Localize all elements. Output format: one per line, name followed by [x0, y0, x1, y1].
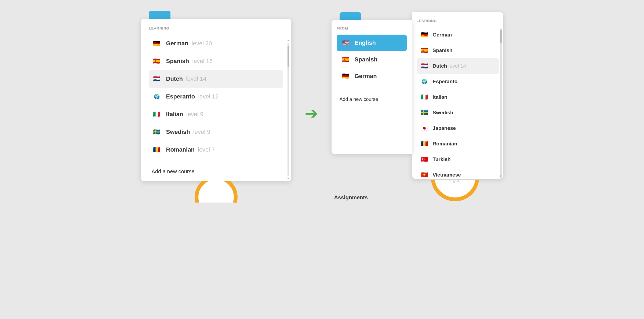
- xp-label: xp goal r: [449, 180, 460, 183]
- right-from-wrapper: FROM 🇺🇸 English 🇪🇸 Spanish 🇩🇪 German: [332, 12, 412, 179]
- learning-german[interactable]: 🇩🇪 German: [417, 27, 499, 43]
- flag-italian: 🇮🇹: [152, 109, 162, 119]
- right-scroll-down[interactable]: ▼: [500, 175, 502, 178]
- right-tabs-row: [332, 12, 412, 20]
- from-german-label: German: [355, 73, 377, 80]
- left-course-swedish-name: Swedish level 9: [166, 129, 210, 135]
- from-panel: FROM 🇺🇸 English 🇪🇸 Spanish 🇩🇪 German: [332, 20, 412, 154]
- flag-esperanto: 🌍: [152, 91, 162, 102]
- right-bottom-area: 🔥 30/ xp goal r Assignments 💀 Abs. N. 1: [332, 180, 503, 201]
- left-course-spanish-name: Spanish level 16: [166, 58, 213, 65]
- left-panel: LEARNING 🇩🇪 German level 20 🇪🇸 Spanish l…: [141, 19, 291, 181]
- right-panel-tab: [340, 12, 361, 20]
- learning-dutch-label: Dutch level 14: [433, 63, 466, 69]
- learning-swedish[interactable]: 🇸🇪 Swedish: [417, 105, 499, 120]
- learning-italian-label: Italian: [433, 94, 447, 100]
- learning-german-label: German: [433, 32, 452, 38]
- learning-turkish[interactable]: 🇹🇷 Turkish: [417, 152, 499, 167]
- from-divider: [337, 89, 407, 89]
- left-divider: [149, 161, 283, 161]
- left-course-romanian-name: Romanian level 7: [166, 146, 215, 153]
- left-add-course[interactable]: Add a new course: [149, 163, 283, 181]
- learning-romanian[interactable]: 🇷🇴 Romanian: [417, 136, 499, 152]
- flag-from-german: 🇩🇪: [341, 71, 351, 81]
- left-course-swedish[interactable]: 🇸🇪 Swedish level 9: [149, 123, 283, 141]
- from-english-label: English: [355, 39, 376, 46]
- learning-vietnamese-label: Vietnamese: [433, 172, 461, 178]
- left-course-esperanto-name: Esperanto level 12: [166, 93, 219, 100]
- left-course-italian[interactable]: 🇮🇹 Italian level 9: [149, 105, 283, 123]
- left-panel-inner: LEARNING 🇩🇪 German level 20 🇪🇸 Spanish l…: [141, 19, 291, 181]
- left-xp-circle: [195, 181, 238, 203]
- left-panel-tab: [149, 11, 170, 19]
- learning-romanian-label: Romanian: [433, 141, 457, 147]
- scroll-up-arrow[interactable]: ▲: [287, 38, 290, 43]
- flag-learning-turkish: 🇹🇷: [419, 154, 430, 164]
- flag-learning-spanish: 🇪🇸: [419, 45, 430, 56]
- left-course-romanian[interactable]: 🇷🇴 Romanian level 7: [149, 141, 283, 159]
- right-learning-panel: LEARNING 🇩🇪 German 🇪🇸 Spanish 🇳🇱 Dutch l…: [412, 12, 503, 179]
- right-side: FROM 🇺🇸 English 🇪🇸 Spanish 🇩🇪 German: [332, 12, 503, 201]
- left-scrollbar-area: ▲ ▼: [287, 38, 290, 181]
- right-scroll-track: [500, 28, 502, 179]
- learning-turkish-label: Turkish: [433, 156, 451, 162]
- flag-learning-japanese: 🇯🇵: [419, 123, 430, 133]
- left-course-german-name: German level 20: [166, 40, 212, 47]
- learning-esperanto-label: Esperanto: [433, 79, 458, 85]
- from-spanish-label: Spanish: [355, 56, 378, 63]
- learning-swedish-label: Swedish: [433, 110, 453, 116]
- flag-romanian: 🇷🇴: [152, 145, 162, 155]
- learning-esperanto[interactable]: 🌍 Esperanto: [417, 74, 499, 89]
- right-panels-row: FROM 🇺🇸 English 🇪🇸 Spanish 🇩🇪 German: [332, 12, 503, 179]
- left-bottom-area: [141, 181, 291, 203]
- flag-learning-romanian: 🇷🇴: [419, 139, 430, 149]
- left-course-list: 🇩🇪 German level 20 🇪🇸 Spanish level 16 🇳…: [149, 35, 283, 159]
- arrow-container: ➔: [305, 92, 318, 122]
- assignments-title: Assignments: [334, 195, 368, 201]
- from-spanish[interactable]: 🇪🇸 Spanish: [337, 51, 407, 68]
- right-scroll-thumb[interactable]: [500, 30, 502, 43]
- from-english[interactable]: 🇺🇸 English: [337, 35, 407, 51]
- left-panel-wrapper: LEARNING 🇩🇪 German level 20 🇪🇸 Spanish l…: [141, 11, 291, 203]
- flag-learning-esperanto: 🌍: [419, 76, 430, 87]
- scene: LEARNING 🇩🇪 German level 20 🇪🇸 Spanish l…: [141, 5, 503, 203]
- left-course-spanish[interactable]: 🇪🇸 Spanish level 16: [149, 52, 283, 70]
- right-xp-circle: 30/ xp goal r: [431, 180, 479, 201]
- green-arrow: ➔: [305, 105, 318, 122]
- flag-learning-german: 🇩🇪: [419, 30, 430, 40]
- left-course-italian-name: Italian level 9: [166, 111, 203, 118]
- flag-spanish: 🇪🇸: [152, 56, 162, 66]
- left-course-dutch-name: Dutch level 14: [166, 75, 206, 82]
- learning-spanish[interactable]: 🇪🇸 Spanish: [417, 43, 499, 58]
- flag-learning-dutch: 🇳🇱: [419, 61, 430, 71]
- flag-learning-swedish: 🇸🇪: [419, 108, 430, 118]
- learning-dutch[interactable]: 🇳🇱 Dutch level 14: [417, 58, 499, 74]
- right-learning-label: LEARNING: [417, 19, 499, 23]
- left-course-german[interactable]: 🇩🇪 German level 20: [149, 35, 283, 52]
- from-german[interactable]: 🇩🇪 German: [337, 68, 407, 85]
- from-section-label: FROM: [337, 26, 407, 30]
- left-course-esperanto[interactable]: 🌍 Esperanto level 12: [149, 88, 283, 105]
- flag-learning-italian: 🇮🇹: [419, 92, 430, 102]
- flag-learning-vietnamese: 🇻🇳: [419, 170, 430, 179]
- flag-dutch: 🇳🇱: [152, 74, 162, 84]
- learning-vietnamese[interactable]: 🇻🇳 Vietnamese: [417, 167, 499, 179]
- flag-from-spanish: 🇪🇸: [341, 54, 351, 65]
- left-course-dutch[interactable]: 🇳🇱 Dutch level 14: [149, 70, 283, 88]
- left-scroll-track: [288, 43, 289, 176]
- learning-japanese[interactable]: 🇯🇵 Japanese: [417, 120, 499, 136]
- scroll-down-arrow[interactable]: ▼: [287, 176, 290, 181]
- learning-japanese-label: Japanese: [433, 125, 456, 131]
- left-scroll-thumb[interactable]: [288, 46, 289, 67]
- flag-german: 🇩🇪: [152, 38, 162, 49]
- flag-english: 🇺🇸: [341, 38, 351, 48]
- right-scrollbar: ▼: [500, 28, 502, 179]
- from-add-course[interactable]: Add a new course: [337, 91, 407, 109]
- flag-swedish: 🇸🇪: [152, 127, 162, 137]
- learning-italian[interactable]: 🇮🇹 Italian: [417, 89, 499, 105]
- learning-spanish-label: Spanish: [433, 47, 453, 53]
- left-section-label: LEARNING: [149, 26, 283, 30]
- assignments-area: Assignments 💀 Abs. N. 1: [334, 195, 368, 201]
